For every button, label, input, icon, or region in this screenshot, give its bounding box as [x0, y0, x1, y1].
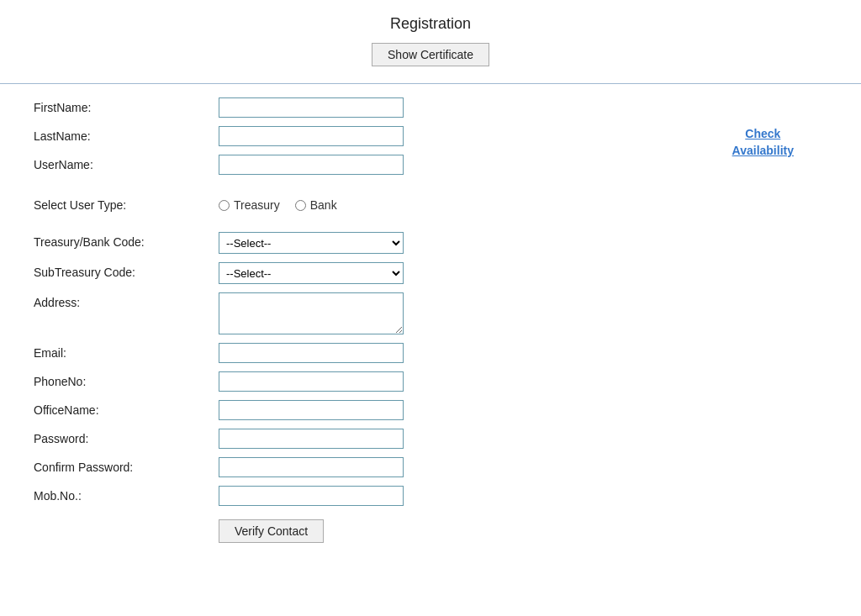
mob-no-label: Mob.No.: [34, 486, 219, 503]
password-row: Password: [34, 429, 827, 449]
address-textarea[interactable] [219, 292, 404, 334]
password-input[interactable] [219, 429, 404, 449]
mob-no-row: Mob.No.: [34, 486, 827, 506]
header-section: Registration Show Certificate [0, 0, 861, 75]
mob-no-input[interactable] [219, 486, 404, 506]
verify-contact-row: Verify Contact [34, 514, 827, 543]
check-availability-link[interactable]: CheckAvailability [732, 126, 794, 159]
email-input[interactable] [219, 343, 404, 363]
office-name-row: OfficeName: [34, 400, 827, 420]
user-type-label: Select User Type: [34, 195, 219, 212]
firstname-label: FirstName: [34, 97, 219, 114]
email-label: Email: [34, 343, 219, 360]
page-container: Registration Show Certificate CheckAvail… [0, 0, 861, 616]
treasury-bank-code-row: Treasury/Bank Code: --Select-- Option1 O… [34, 232, 827, 254]
user-type-row: Select User Type: Treasury Bank [34, 195, 827, 212]
username-input[interactable] [219, 155, 404, 175]
lastname-row: LastName: [34, 126, 827, 146]
firstname-row: FirstName: [34, 97, 827, 118]
lastname-label: LastName: [34, 126, 219, 143]
treasury-bank-code-label: Treasury/Bank Code: [34, 232, 219, 249]
confirm-password-row: Confirm Password: [34, 457, 827, 477]
office-name-input[interactable] [219, 400, 404, 420]
treasury-radio-option[interactable]: Treasury [219, 198, 280, 212]
sub-treasury-code-select[interactable]: --Select-- Option1 Option2 [219, 262, 404, 284]
bank-radio-option[interactable]: Bank [295, 198, 337, 212]
office-name-label: OfficeName: [34, 400, 219, 417]
username-row: UserName: [34, 155, 827, 175]
firstname-input[interactable] [219, 97, 404, 118]
phone-row: PhoneNo: [34, 371, 827, 392]
show-certificate-button[interactable]: Show Certificate [372, 43, 489, 66]
treasury-bank-code-select[interactable]: --Select-- Option1 Option2 [219, 232, 404, 254]
treasury-radio-label: Treasury [234, 198, 280, 212]
email-row: Email: [34, 343, 827, 363]
phone-label: PhoneNo: [34, 371, 219, 388]
confirm-password-label: Confirm Password: [34, 457, 219, 474]
page-title: Registration [0, 15, 861, 33]
sub-treasury-code-row: SubTreasury Code: --Select-- Option1 Opt… [34, 262, 827, 284]
password-label: Password: [34, 429, 219, 445]
address-row: Address: [34, 292, 827, 334]
sub-treasury-code-label: SubTreasury Code: [34, 262, 219, 279]
bank-radio-label: Bank [310, 198, 337, 212]
phone-input[interactable] [219, 371, 404, 392]
verify-contact-button[interactable]: Verify Contact [219, 519, 324, 543]
bank-radio[interactable] [295, 200, 306, 211]
username-label: UserName: [34, 155, 219, 171]
lastname-input[interactable] [219, 126, 404, 146]
treasury-radio[interactable] [219, 200, 230, 211]
address-label: Address: [34, 292, 219, 309]
confirm-password-input[interactable] [219, 457, 404, 477]
user-type-radio-group: Treasury Bank [219, 195, 337, 212]
form-section: CheckAvailability FirstName: LastName: U… [0, 84, 861, 577]
